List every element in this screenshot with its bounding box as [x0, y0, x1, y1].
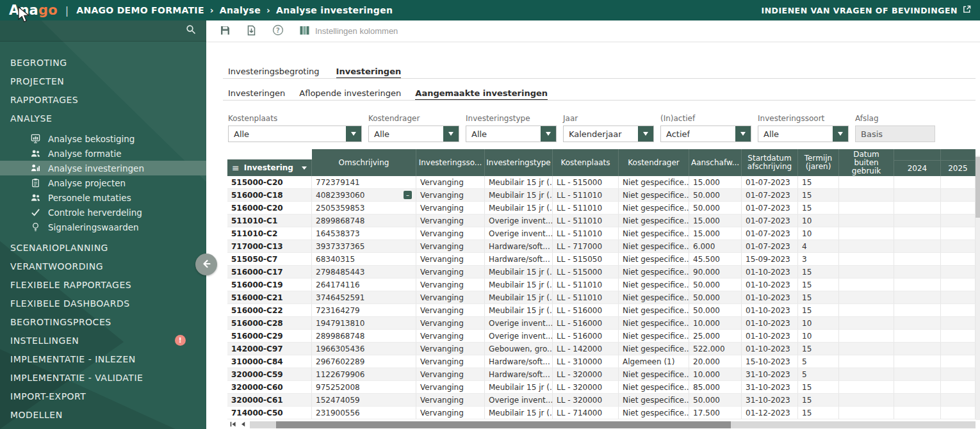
cell-2024[interactable]	[894, 279, 941, 291]
cell-2024[interactable]	[894, 355, 941, 368]
cell-investeringsso[interactable]: Vervanging	[416, 202, 485, 214]
app-logo[interactable]: Anago	[9, 4, 58, 17]
column-header-kostendrager[interactable]: Kostendrager	[619, 149, 689, 176]
row-key-cell[interactable]: 516000-C22	[227, 304, 312, 317]
sidebar-item-rapportages[interactable]: RAPPORTAGES	[0, 90, 206, 109]
cell-startdatum-afschrijving[interactable]: 01-10-2023	[742, 266, 798, 279]
cell-2025[interactable]	[941, 189, 976, 202]
cell-kostendrager[interactable]: Niet gespecifice...	[619, 214, 689, 227]
cell-omschrijving[interactable]: 2899868748	[312, 330, 416, 343]
cell-datum-buiten-gebruik[interactable]	[839, 304, 894, 317]
cell-investeringsso[interactable]: Vervanging	[416, 176, 485, 189]
row-key-cell[interactable]: 515050-C7	[227, 253, 312, 266]
cell-datum-buiten-gebruik[interactable]	[839, 176, 894, 189]
breadcrumb-item-analyse-investeringen[interactable]: Analyse investeringen	[276, 5, 393, 15]
column-header-aanschafw[interactable]: Aanschafw...	[689, 149, 742, 176]
cell-datum-buiten-gebruik[interactable]	[839, 368, 894, 381]
cell-aanschafw[interactable]: 25.000	[689, 330, 742, 343]
cell-kostenplaats[interactable]: LL - 515000	[553, 176, 619, 189]
first-page-button[interactable]	[227, 421, 238, 429]
sidebar-item-analyse-investeringen[interactable]: Analyse investeringen	[0, 161, 206, 175]
row-key-cell[interactable]: 516000-C18	[227, 189, 312, 202]
cell-kostendrager[interactable]: Niet gespecifice...	[619, 394, 689, 407]
table-row-511010-c1[interactable]: 511010-C12899868748VervangingOverige inv…	[227, 214, 976, 227]
cell-termijn-jaren[interactable]: 15	[798, 304, 839, 317]
cell-investeringsso[interactable]: Vervanging	[416, 394, 485, 407]
cell-2025[interactable]	[941, 394, 976, 407]
column-header-datum-buiten-gebruik[interactable]: Datum buiten gebruik	[839, 149, 894, 176]
sort-dropdown-icon[interactable]	[302, 166, 307, 170]
cell-kostenplaats[interactable]: LL - 516000	[553, 330, 619, 343]
sidebar-item-signaleringswaarden[interactable]: Signaleringswaarden	[0, 220, 206, 234]
cell-investeringstype[interactable]: Meubilair 15 jr (...	[485, 381, 553, 394]
sidebar-item-personele-mutaties[interactable]: Personele mutaties	[0, 190, 206, 205]
subtab-aangemaakte-investeringen[interactable]: Aangemaakte investeringen	[415, 88, 548, 101]
cell-2025[interactable]	[941, 407, 976, 419]
table-row-516000-c17[interactable]: 516000-C172798485443VervangingMeubilair …	[227, 266, 976, 279]
cell-2024[interactable]	[894, 253, 941, 266]
cell-startdatum-afschrijving[interactable]: 01-10-2023	[742, 291, 798, 304]
cell-datum-buiten-gebruik[interactable]	[839, 227, 894, 240]
cell-omschrijving[interactable]: 1947913810	[312, 317, 416, 330]
row-key-cell[interactable]: 515000-C20	[227, 176, 312, 189]
table-row-320000-c61[interactable]: 320000-C61152474059VervangingOverige inv…	[227, 394, 976, 407]
cell-omschrijving[interactable]: 2899868748	[312, 214, 416, 227]
cell-2024[interactable]	[894, 214, 941, 227]
cell-startdatum-afschrijving[interactable]: 01-07-2023	[742, 189, 798, 202]
cell-kostenplaats[interactable]: LL - 511010	[553, 189, 619, 202]
cell-2025[interactable]	[941, 368, 976, 381]
cell-investeringstype[interactable]: Meubilair 15 jr (...	[485, 202, 553, 214]
column-header-investeringstype[interactable]: Investeringstype	[485, 149, 553, 176]
table-row-516000-c20[interactable]: 516000-C202505359853VervangingMeubilair …	[227, 202, 976, 214]
row-key-cell[interactable]: 516000-C19	[227, 279, 312, 291]
cell-termijn-jaren[interactable]: 15	[798, 189, 839, 202]
cell-termijn-jaren[interactable]: 15	[798, 407, 839, 419]
cell-omschrijving[interactable]: 152474059	[312, 394, 416, 407]
cell-aanschafw[interactable]: 50.000	[689, 279, 742, 291]
cell-investeringstype[interactable]: Meubilair 15 jr (...	[485, 304, 553, 317]
row-key-cell[interactable]: 516000-C17	[227, 266, 312, 279]
cell-aanschafw[interactable]: 50.000	[689, 291, 742, 304]
sidebar-item-instellingen[interactable]: INSTELLINGEN!	[0, 331, 206, 350]
cell-kostendrager[interactable]: Niet gespecifice...	[619, 202, 689, 214]
row-key-cell[interactable]: 516000-C28	[227, 317, 312, 330]
breadcrumb-item-analyse[interactable]: Analyse	[220, 5, 261, 15]
cell-aanschafw[interactable]: 45.500	[689, 253, 742, 266]
cell-startdatum-afschrijving[interactable]: 01-12-2023	[742, 407, 798, 419]
sidebar-collapse-button[interactable]	[195, 254, 217, 275]
cell-startdatum-afschrijving[interactable]: 01-10-2023	[742, 330, 798, 343]
sidebar-search[interactable]	[0, 20, 206, 42]
cell-investeringsso[interactable]: Vervanging	[416, 304, 485, 317]
cell-omschrijving[interactable]: 3937337365	[312, 240, 416, 253]
row-key-cell[interactable]: 320000-C61	[227, 394, 312, 407]
feedback-link[interactable]: INDIENEN VAN VRAGEN OF BEVINDINGEN	[761, 5, 971, 15]
cell-investeringsso[interactable]: Vervanging	[416, 368, 485, 381]
row-key-cell[interactable]: 511010-C1	[227, 214, 312, 227]
filter-kostendrager-select[interactable]: Alle	[368, 125, 459, 142]
cell-investeringstype[interactable]: Meubilair 15 jr (...	[485, 189, 553, 202]
row-key-cell[interactable]: 516000-C21	[227, 291, 312, 304]
cell-2024[interactable]	[894, 227, 941, 240]
cell-kostendrager[interactable]: Niet gespecifice...	[619, 189, 689, 202]
cell-aanschafw[interactable]: 10.000	[689, 368, 742, 381]
cell-2025[interactable]	[941, 202, 976, 214]
column-settings-button[interactable]: Instellingen kolommen	[293, 22, 404, 40]
cell-investeringsso[interactable]: Vervanging	[416, 355, 485, 368]
subtab-investeringen[interactable]: Investeringen	[228, 88, 285, 101]
table-row-516000-c19[interactable]: 516000-C19264174116VervangingMeubilair 1…	[227, 279, 976, 291]
breadcrumb-item-anago-demo-formatie[interactable]: ANAGO DEMO FORMATIE	[76, 5, 204, 15]
cell-datum-buiten-gebruik[interactable]	[839, 330, 894, 343]
cell-investeringsso[interactable]: Vervanging	[416, 189, 485, 202]
cell-2024[interactable]	[894, 381, 941, 394]
cell-omschrijving[interactable]: 264174116	[312, 279, 416, 291]
cell-omschrijving[interactable]: 975252008	[312, 381, 416, 394]
cell-kostenplaats[interactable]: LL - 511010	[553, 227, 619, 240]
cell-aanschafw[interactable]: 50.000	[689, 202, 742, 214]
cell-2025[interactable]	[941, 240, 976, 253]
cell-kostenplaats[interactable]: LL - 511010	[553, 214, 619, 227]
cell-kostendrager[interactable]: Niet gespecifice...	[619, 330, 689, 343]
filter-afslag-input[interactable]: Basis	[855, 125, 935, 142]
cell-omschrijving[interactable]: 723164279	[312, 304, 416, 317]
sidebar-item-controle-herverdeling[interactable]: Controle herverdeling	[0, 205, 206, 220]
cell-termijn-jaren[interactable]: 15	[798, 202, 839, 214]
